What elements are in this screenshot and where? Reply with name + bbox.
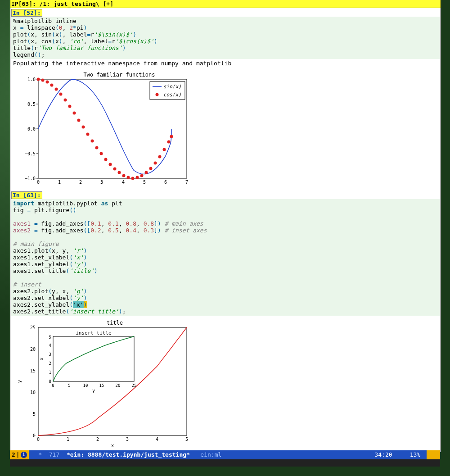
t: , (119, 220, 126, 227)
t: fig.add_axes (38, 227, 84, 234)
t: ) (59, 38, 63, 45)
modeline-tabs[interactable]: 2|1 (10, 450, 29, 459)
tab-bar[interactable]: IP[63]: /1: just_testing\ [+] (10, 0, 441, 8)
svg-point-52 (156, 93, 159, 96)
svg-text:1: 1 (49, 370, 51, 375)
t: ( (31, 45, 34, 51)
t: = (34, 227, 38, 234)
svg-text:0: 0 (52, 383, 54, 388)
inset-xlabel: y (92, 388, 95, 393)
t: # main axes (161, 220, 203, 227)
t: , (136, 227, 144, 234)
t: , (119, 227, 126, 234)
svg-point-37 (122, 174, 126, 177)
t: # main figure (13, 240, 59, 247)
t: ) (84, 247, 87, 254)
t: plt.figure (31, 207, 69, 213)
t: x (31, 31, 34, 38)
modeline-buffer-name[interactable]: *ein: 8888/test.ipynb/just_testing* (67, 451, 190, 458)
t: ) (119, 308, 122, 315)
cell-output-text: Populating the interactive namespace fro… (11, 59, 440, 68)
t: , (136, 220, 144, 227)
t: x (52, 247, 55, 254)
t: * (73, 24, 76, 31)
inset-title: insert title (76, 330, 111, 336)
t: axes2.set_ylabel (13, 301, 69, 308)
t: () (34, 51, 41, 58)
cell-prompt-63: In [63]: (11, 191, 42, 199)
minibuffer[interactable] (10, 459, 440, 467)
chart1-legend: sin(x) cos(x) (150, 82, 185, 100)
svg-text:15: 15 (30, 368, 36, 373)
code-cell-63[interactable]: import matplotlib.pyplot as plt fig = pl… (11, 199, 440, 316)
svg-point-28 (82, 126, 85, 129)
t: x (31, 38, 34, 45)
t: , cos (34, 38, 52, 45)
t: ) (84, 301, 87, 308)
modeline-tab-1[interactable]: 1 (21, 452, 27, 458)
t: axes2.set_xlabel (13, 295, 69, 301)
t: ) (84, 261, 87, 267)
code-cell-52[interactable]: %matplotlib inline x = linspace(0, 2*pi)… (11, 17, 440, 59)
modeline-scroll-pct: 13% (410, 451, 420, 458)
cursor-region: 'x' (73, 301, 83, 308)
cell-1: In [52]: %matplotlib inline x = linspace… (10, 8, 441, 189)
t: linspace (23, 24, 55, 31)
svg-text:1.0: 1.0 (27, 77, 36, 82)
t: axes1.plot (13, 247, 48, 254)
t: = (34, 220, 38, 227)
svg-point-39 (131, 177, 135, 180)
t: , (101, 220, 108, 227)
svg-text:5: 5 (143, 180, 146, 185)
svg-point-41 (140, 174, 144, 177)
t: fig (13, 207, 27, 213)
t: ([ (84, 227, 91, 234)
svg-text:0.5: 0.5 (27, 102, 36, 107)
modeline-tab-2[interactable]: 2 (12, 450, 15, 459)
svg-point-44 (154, 162, 157, 165)
t: ( (55, 24, 59, 31)
svg-text:3: 3 (49, 352, 51, 357)
t: axes1.set_ylabel (13, 261, 69, 267)
t: fig.add_axes (38, 220, 84, 227)
modeline-cursor-pos: 34:20 (374, 451, 392, 458)
t: 0.1 (90, 220, 101, 227)
svg-point-48 (170, 135, 173, 138)
t: import (13, 200, 34, 207)
svg-point-33 (104, 158, 108, 161)
t: ([ (84, 220, 91, 227)
t: , y, (55, 247, 73, 254)
t: ) (84, 254, 87, 261)
chart2-xticks: 012345 (37, 437, 188, 442)
t: 0.5 (108, 227, 118, 234)
t: , label (84, 38, 108, 45)
t: 'insert title' (69, 308, 119, 315)
svg-text:1: 1 (58, 180, 61, 185)
t: ]) (154, 227, 161, 234)
svg-point-43 (149, 167, 153, 170)
chart2-title: title (107, 320, 123, 326)
t: 0.4 (126, 227, 136, 234)
t: 2 (69, 24, 73, 31)
svg-text:4: 4 (156, 437, 158, 442)
modeline-modified-icon: * (38, 451, 42, 458)
t: x (55, 38, 59, 45)
chart2-yticks: 0510152025 (30, 325, 36, 438)
svg-point-42 (145, 171, 148, 174)
svg-point-23 (59, 93, 63, 96)
t: ) (84, 288, 87, 295)
svg-text:4: 4 (122, 180, 125, 185)
chart2-inset: insert title 012345 0510152025 y x (39, 330, 136, 393)
t: ( (52, 38, 55, 45)
t: = (108, 38, 112, 45)
modeline[interactable]: 2|1 * 717 *ein: 8888/test.ipynb/just_tes… (10, 450, 440, 459)
svg-text:sin(x): sin(x) (163, 84, 181, 90)
svg-text:2: 2 (96, 437, 99, 442)
t: r (112, 38, 115, 45)
t: matplotlib.pyplot (34, 200, 101, 207)
t: , x, (55, 288, 73, 295)
code-line: %matplotlib inline (13, 18, 76, 24)
svg-text:25: 25 (30, 325, 36, 330)
t: axes1.set_xlabel (13, 254, 69, 261)
chart2-xlabel: x (111, 443, 114, 449)
